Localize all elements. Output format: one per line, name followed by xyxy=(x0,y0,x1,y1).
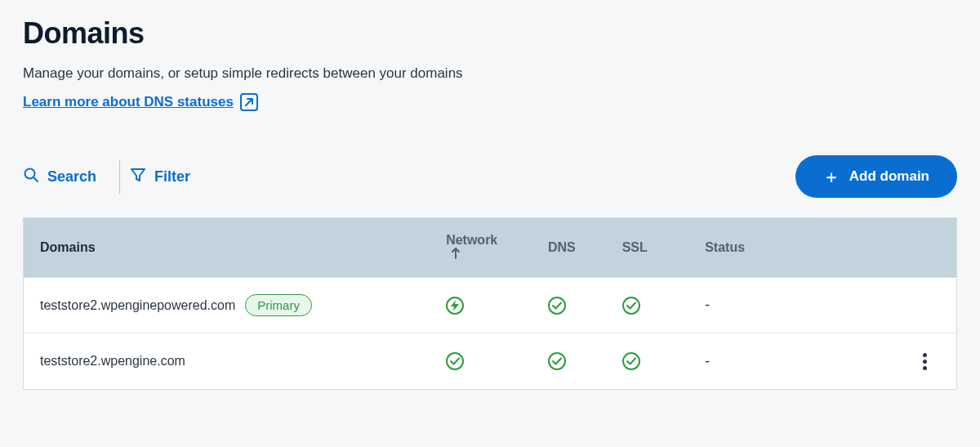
add-domain-button[interactable]: ＋ Add domain xyxy=(795,155,957,198)
page-title: Domains xyxy=(23,16,957,51)
column-header-ssl[interactable]: SSL xyxy=(606,218,689,278)
search-button[interactable]: Search xyxy=(23,160,116,194)
primary-badge: Primary xyxy=(245,294,312,316)
column-header-network-label: Network xyxy=(446,233,497,247)
column-header-status[interactable]: Status xyxy=(688,218,898,278)
column-header-domains[interactable]: Domains xyxy=(24,218,430,278)
search-label: Search xyxy=(47,168,96,186)
learn-more-link[interactable]: Learn more about DNS statuses xyxy=(23,93,258,111)
network-bolt-ok-icon xyxy=(446,297,464,315)
dns-ok-icon xyxy=(548,297,566,315)
dns-ok-icon xyxy=(548,352,566,370)
status-value: - xyxy=(705,297,710,313)
domain-name: teststore2.wpenginepowered.com xyxy=(40,298,235,313)
filter-label: Filter xyxy=(154,168,190,186)
kebab-menu-icon xyxy=(923,366,927,370)
table-row: teststore2.wpenginepowered.com Primary xyxy=(24,278,957,333)
sort-ascending-icon xyxy=(451,248,461,259)
status-value: - xyxy=(705,353,710,369)
table-row: teststore2.wpengine.com - xyxy=(24,333,957,390)
domain-name: teststore2.wpengine.com xyxy=(40,354,185,369)
ssl-ok-icon xyxy=(622,297,640,315)
domains-table: Domains Network DNS SSL Status teststore… xyxy=(23,217,957,390)
filter-icon xyxy=(130,167,146,187)
toolbar-separator xyxy=(119,160,120,194)
column-header-network[interactable]: Network xyxy=(430,218,532,278)
row-actions-menu-button[interactable] xyxy=(914,350,937,373)
kebab-menu-icon xyxy=(923,353,927,357)
filter-button[interactable]: Filter xyxy=(130,160,210,194)
search-icon xyxy=(23,167,39,187)
ssl-ok-icon xyxy=(622,352,640,370)
column-header-actions xyxy=(898,218,957,278)
toolbar: Search Filter ＋ Add domain xyxy=(23,155,957,198)
learn-more-label: Learn more about DNS statuses xyxy=(23,94,234,110)
column-header-dns[interactable]: DNS xyxy=(532,218,606,278)
page-subtitle: Manage your domains, or setup simple red… xyxy=(23,65,957,82)
external-link-icon xyxy=(240,93,258,111)
add-domain-label: Add domain xyxy=(849,168,929,185)
network-ok-icon xyxy=(446,352,464,370)
kebab-menu-icon xyxy=(923,360,927,364)
plus-icon: ＋ xyxy=(823,168,840,185)
